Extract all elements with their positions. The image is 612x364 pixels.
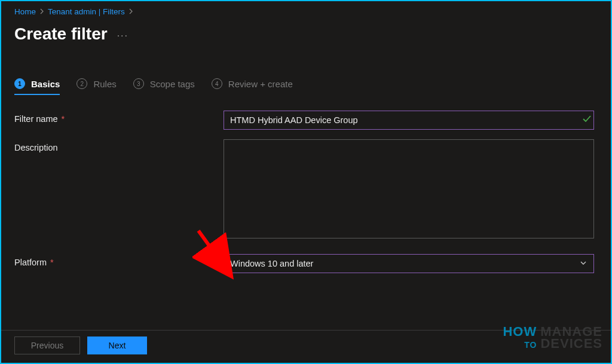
step-number: 1 [14,78,25,89]
breadcrumb-tenant-link[interactable]: Tenant admin | Filters [48,7,125,16]
platform-label: Platform * [14,254,224,267]
page-title: Create filter [14,25,108,44]
chevron-down-icon [579,259,587,269]
tab-review-create[interactable]: 4 Review + create [212,78,293,95]
checkmark-icon [582,114,592,126]
step-number: 4 [212,78,222,89]
step-number: 2 [76,78,87,89]
next-button[interactable]: Next [87,337,147,354]
breadcrumb-home-link[interactable]: Home [14,7,36,16]
tab-label: Rules [93,79,116,89]
description-label: Description [14,139,224,152]
tab-basics[interactable]: 1 Basics [14,78,60,95]
tab-label: Review + create [228,79,293,89]
wizard-tabs: 1 Basics 2 Rules 3 Scope tags 4 Review +… [14,78,598,95]
description-textarea[interactable] [224,139,594,238]
step-number: 3 [133,78,144,89]
previous-button[interactable]: Previous [14,337,80,354]
more-menu-icon[interactable]: ··· [117,27,128,41]
tab-label: Basics [31,79,60,89]
tab-scope-tags[interactable]: 3 Scope tags [133,78,195,95]
platform-select[interactable]: Windows 10 and later [224,254,594,273]
wizard-footer: Previous Next [1,330,611,363]
filter-name-label: Filter name * [14,111,224,124]
tab-rules[interactable]: 2 Rules [76,78,116,95]
platform-selected-value: Windows 10 and later [230,259,313,268]
chevron-right-icon [128,8,133,16]
breadcrumb: Home Tenant admin | Filters [14,6,598,16]
tab-label: Scope tags [150,79,195,89]
filter-name-input[interactable] [224,111,594,130]
chevron-right-icon [39,8,44,16]
